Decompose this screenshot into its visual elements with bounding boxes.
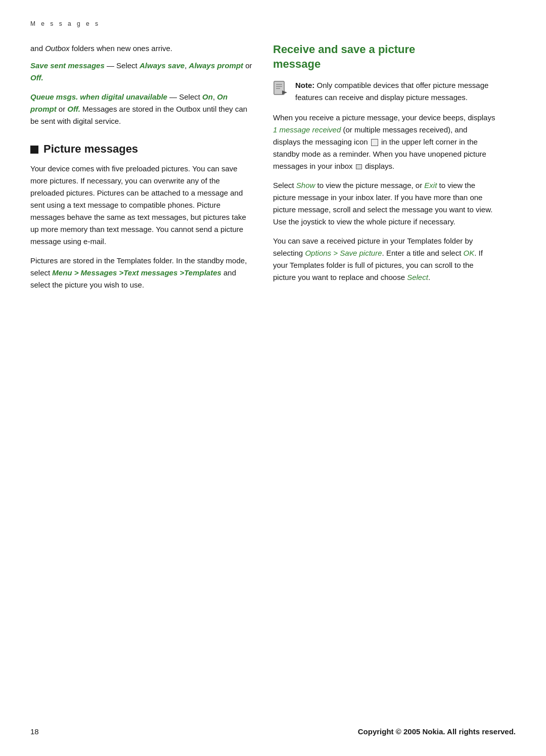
queue-or: or <box>57 105 68 113</box>
body1-start: When you receive a picture message, your… <box>273 113 495 122</box>
left-column: and Outbox folders when new ones arrive.… <box>30 42 253 298</box>
intro-paragraph: and Outbox folders when new ones arrive. <box>30 42 253 55</box>
off-label: Off. <box>30 73 43 82</box>
note-box: Note: Only compatible devices that offer… <box>273 79 495 104</box>
always-prompt: Always prompt <box>189 61 244 70</box>
note-text-content: Note: Only compatible devices that offer… <box>295 79 495 104</box>
body3-end: . <box>428 273 430 281</box>
messaging-icon <box>371 139 378 146</box>
receive-body1: When you receive a picture message, your… <box>273 112 495 172</box>
page-footer: 18 Copyright © 2005 Nokia. All rights re… <box>0 727 546 736</box>
body3-ok: OK <box>463 249 474 257</box>
note-body: Only compatible devices that offer pictu… <box>295 81 488 102</box>
heading-line2: message <box>273 57 495 72</box>
picture-body1: Your device comes with five preloaded pi… <box>30 163 253 248</box>
save-sent-label: Save sent messages <box>30 61 105 70</box>
or-text: or <box>243 61 252 70</box>
body3-mid: . Enter a title and select <box>382 249 464 257</box>
note-bold: Note: <box>295 81 314 89</box>
copyright-text: Copyright © 2005 Nokia. All rights reser… <box>358 727 516 736</box>
receive-body3: You can save a received picture in your … <box>273 235 495 284</box>
queue-label: Queue msgs. when digital unavailable <box>30 92 167 101</box>
content-area: and Outbox folders when new ones arrive.… <box>30 42 516 298</box>
page: M e s s a g e s and Outbox folders when … <box>0 0 546 756</box>
heading-line1: Receive and save a picture <box>273 42 495 57</box>
comma: , <box>185 61 189 70</box>
body2-exit: Exit <box>424 181 437 190</box>
note-icon <box>273 80 289 98</box>
body1-italic: 1 message received <box>273 125 341 134</box>
receive-save-heading: Receive and save a picture message <box>273 42 495 71</box>
save-sent-paragraph: Save sent messages — Select Always save,… <box>30 60 253 84</box>
queue-on: On <box>202 92 213 101</box>
page-number: 18 <box>30 727 39 736</box>
inbox-icon <box>356 164 362 169</box>
picture-body2: Pictures are stored in the Templates fol… <box>30 255 253 291</box>
outbox-italic: Outbox <box>45 44 69 53</box>
save-sent-dash: — Select <box>105 61 140 70</box>
picture-menu-path: Menu > Messages >Text messages >Template… <box>52 268 221 277</box>
body2-select: Select <box>273 181 296 190</box>
right-column: Receive and save a picture message <box>273 42 495 298</box>
header-text: M e s s a g e s <box>30 20 100 27</box>
save-sent-options: Always save <box>140 61 185 70</box>
body2-mid1: to view the picture message, or <box>315 181 424 190</box>
note-document-icon <box>273 80 289 97</box>
body1-final: displays. <box>363 162 395 170</box>
receive-body2: Select Show to view the picture message,… <box>273 179 495 228</box>
body3-select: Select <box>407 273 428 281</box>
svg-marker-5 <box>282 90 287 94</box>
page-header: M e s s a g e s <box>30 20 516 27</box>
body2-show: Show <box>296 181 315 190</box>
heading-square-icon <box>30 146 38 154</box>
queue-paragraph: Queue msgs. when digital unavailable — S… <box>30 91 253 127</box>
body3-options: Options > Save picture <box>305 249 382 257</box>
queue-dash: — Select <box>167 92 202 101</box>
picture-messages-title: Picture messages <box>43 143 138 156</box>
picture-messages-heading: Picture messages <box>30 143 253 156</box>
queue-off: Off. <box>67 105 80 113</box>
